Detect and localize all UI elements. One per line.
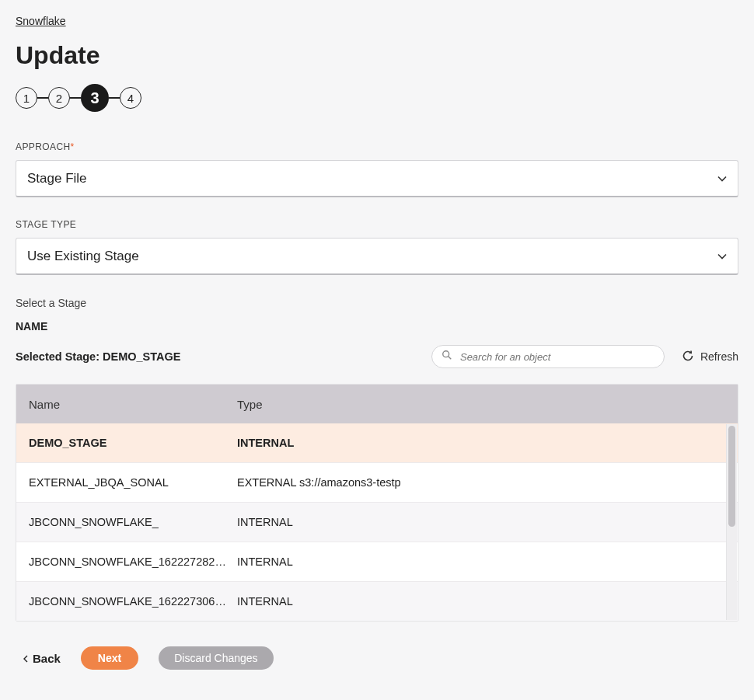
table-row[interactable]: EXTERNAL_JBQA_SONAL EXTERNAL s3://amazon… [16, 463, 738, 503]
cell-name: JBCONN_SNOWFLAKE_1622272828... [29, 555, 237, 568]
cell-name: JBCONN_SNOWFLAKE_ [29, 516, 237, 528]
table-body: DEMO_STAGE INTERNAL EXTERNAL_JBQA_SONAL … [16, 423, 738, 621]
search-icon [442, 350, 452, 364]
stage-type-select[interactable]: Use Existing Stage [16, 238, 738, 275]
page-title: Update [16, 41, 738, 70]
stage-type-label: STAGE TYPE [16, 219, 738, 230]
refresh-label: Refresh [700, 350, 738, 363]
search-box[interactable] [431, 345, 665, 368]
col-header-name[interactable]: Name [29, 398, 237, 411]
scrollbar-track[interactable] [726, 424, 737, 620]
svg-line-1 [449, 357, 452, 360]
step-4[interactable]: 4 [120, 87, 141, 109]
stage-type-field: STAGE TYPE Use Existing Stage [16, 219, 738, 275]
cell-name: EXTERNAL_JBQA_SONAL [29, 476, 237, 489]
approach-field: APPROACH* Stage File [16, 141, 738, 197]
cell-type: INTERNAL [237, 595, 725, 608]
cell-name: DEMO_STAGE [29, 437, 237, 449]
step-connector [70, 97, 81, 99]
cell-type: INTERNAL [237, 437, 725, 449]
cell-type: INTERNAL [237, 516, 725, 528]
approach-label: APPROACH* [16, 141, 738, 152]
table-header: Name Type [16, 385, 738, 423]
cell-name: JBCONN_SNOWFLAKE_1622273060... [29, 595, 237, 608]
chevron-down-icon [717, 174, 727, 183]
stage-table: Name Type DEMO_STAGE INTERNAL EXTERNAL_J… [16, 384, 738, 622]
cell-type: INTERNAL [237, 555, 725, 568]
breadcrumb-link[interactable]: Snowflake [16, 15, 66, 27]
scrollbar-thumb[interactable] [728, 426, 735, 527]
required-marker: * [71, 141, 75, 152]
selected-stage-prefix: Selected Stage: [16, 350, 103, 363]
step-connector [37, 97, 48, 99]
approach-select[interactable]: Stage File [16, 160, 738, 197]
step-3[interactable]: 3 [81, 84, 109, 112]
stepper: 1 2 3 4 [16, 84, 738, 112]
footer-actions: Back Next Discard Changes [16, 646, 738, 670]
search-input[interactable] [460, 351, 655, 363]
step-2[interactable]: 2 [48, 87, 70, 109]
discard-button[interactable]: Discard Changes [159, 646, 273, 670]
selected-stage: Selected Stage: DEMO_STAGE [16, 350, 180, 363]
svg-point-0 [443, 351, 449, 357]
stage-type-value: Use Existing Stage [27, 249, 139, 264]
approach-value: Stage File [27, 171, 87, 186]
table-row[interactable]: DEMO_STAGE INTERNAL [16, 423, 738, 463]
selected-stage-value: DEMO_STAGE [103, 350, 180, 363]
toolbar-right: Refresh [431, 345, 738, 368]
select-stage-label: Select a Stage [16, 297, 738, 309]
back-button[interactable]: Back [23, 652, 61, 665]
table-row[interactable]: JBCONN_SNOWFLAKE_1622272828... INTERNAL [16, 542, 738, 582]
chevron-left-icon [23, 652, 28, 665]
approach-label-text: APPROACH [16, 141, 71, 152]
col-header-type[interactable]: Type [237, 398, 725, 411]
back-label: Back [33, 652, 61, 665]
refresh-icon [682, 350, 694, 364]
step-1[interactable]: 1 [16, 87, 37, 109]
refresh-button[interactable]: Refresh [682, 350, 738, 364]
cell-type: EXTERNAL s3://amazons3-testp [237, 476, 725, 489]
step-connector [109, 97, 120, 99]
name-heading: NAME [16, 320, 738, 333]
stage-toolbar: Selected Stage: DEMO_STAGE Refresh [16, 345, 738, 368]
next-button[interactable]: Next [81, 646, 138, 670]
table-row[interactable]: JBCONN_SNOWFLAKE_ INTERNAL [16, 503, 738, 542]
chevron-down-icon [717, 252, 727, 261]
table-row[interactable]: JBCONN_SNOWFLAKE_1622273060... INTERNAL [16, 582, 738, 621]
